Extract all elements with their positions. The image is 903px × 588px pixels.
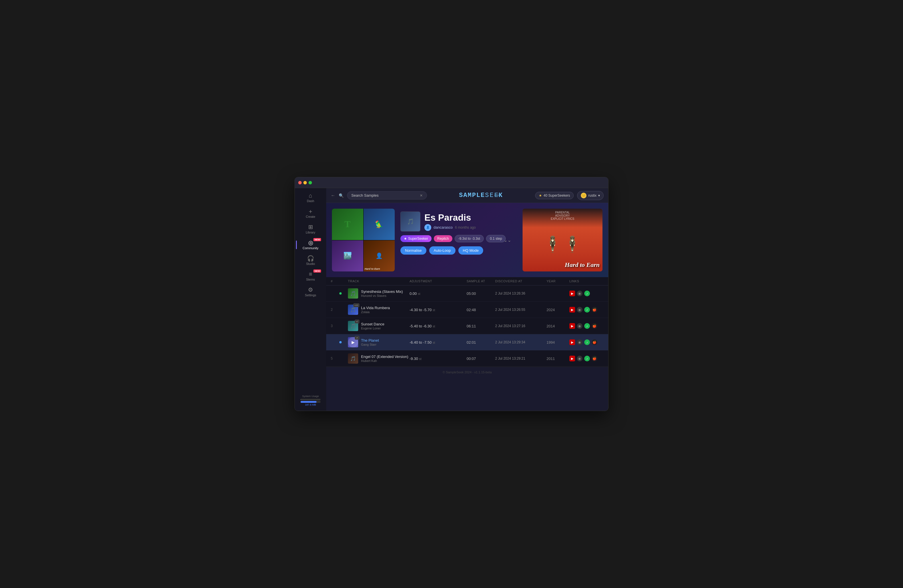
spotify-link-3[interactable]: ♪	[584, 323, 590, 329]
search-bar[interactable]: ✕	[347, 191, 427, 200]
star-tag-icon: ★	[404, 237, 407, 241]
youtube-link-3[interactable]: ▶	[569, 323, 575, 329]
links-4: ▶ ◉ ♪ 🍎	[569, 340, 604, 345]
track-info-4: x4 ▶ The Planet Gang Starr	[348, 337, 409, 347]
hero-title: Es Paradis	[425, 212, 476, 223]
shazam-link-1[interactable]: ◉	[577, 291, 582, 296]
playing-indicator-4	[339, 341, 341, 343]
tracks-table: # Track Adjustment Sample At Discovered …	[326, 277, 608, 367]
youtube-link-4[interactable]: ▶	[569, 340, 575, 345]
sample-at-5: 00:07	[467, 357, 495, 361]
col-indicator	[339, 280, 348, 283]
username: rustix	[588, 193, 596, 198]
system-usage-label: System Usage	[298, 395, 323, 398]
track-text-3: Sunset Dance Eugene Loner	[361, 322, 384, 330]
sidebar-item-stems[interactable]: NEW ≡ Stems	[298, 269, 323, 283]
shazam-link-5[interactable]: ◉	[577, 356, 582, 362]
step-label: 0.1 step	[490, 237, 502, 241]
footer-text: © SampleSeek 2024 - v1.1.15-beta	[443, 371, 492, 374]
sidebar-item-library[interactable]: ⊞ Library	[298, 222, 323, 236]
track-name-2: La Vida Rumbera	[361, 306, 390, 310]
normalise-button[interactable]: Normalise	[400, 246, 426, 255]
track-thumb-4[interactable]: x4 ▶	[348, 337, 358, 347]
track-artist-3: Eugene Loner	[361, 327, 384, 330]
hqmode-button[interactable]: HQ Mode	[458, 246, 483, 255]
spotify-link-5[interactable]: ♪	[584, 356, 590, 362]
row-num-2: 2	[331, 308, 339, 312]
expand-button[interactable]: ⌄⌄	[504, 237, 511, 243]
traffic-lights	[298, 181, 312, 184]
sidebar-label-dash: Dash	[307, 199, 314, 203]
memory-label: 187.6 MB	[298, 403, 323, 406]
year-5: 2011	[546, 357, 569, 361]
row-num-3: 3	[331, 324, 339, 328]
superseeker-label: SuperSeeker	[408, 237, 428, 241]
apple-link-4[interactable]: 🍎	[592, 340, 597, 345]
titlebar	[295, 177, 608, 188]
spotify-link-2[interactable]: ♪	[584, 307, 590, 313]
user-menu[interactable]: 😊 rustix ▾	[577, 191, 604, 200]
autoloop-button[interactable]: Auto-Loop	[429, 246, 456, 255]
sidebar-item-dash[interactable]: ⌂ Dash	[298, 190, 323, 205]
superseekers-badge[interactable]: ★ 40 SuperSeekers	[535, 192, 574, 199]
track-thumb-3: x2 🎵	[348, 321, 358, 331]
track-name-5: Engel 07 (Extended Version)	[361, 355, 408, 359]
sidebar-item-studio[interactable]: 🎧 Studio	[298, 253, 323, 268]
star-icon: ★	[539, 193, 542, 198]
discovered-at-4: 2 Jul 2024 13:29:34	[495, 340, 546, 344]
discovered-at-2: 2 Jul 2024 13:26:55	[495, 308, 546, 312]
minimize-button[interactable]	[304, 181, 307, 184]
shazam-link-4[interactable]: ◉	[577, 340, 582, 345]
links-5: ▶ ◉ ♪ 🍎	[569, 356, 604, 362]
collage-img-2: 🦜	[363, 209, 395, 240]
collage-img-4: Hard to Earn 👤	[363, 241, 395, 272]
track-name-3: Sunset Dance	[361, 322, 384, 326]
shazam-link-2[interactable]: ◉	[577, 307, 582, 313]
track-artist-4: Gang Starr	[361, 343, 379, 346]
hero-meta: 👤 dancarasco 6 months ago	[425, 224, 476, 231]
spotify-link-4[interactable]: ♪	[584, 340, 590, 345]
apple-link-2[interactable]: 🍎	[592, 307, 597, 313]
cpu-bar	[300, 399, 321, 401]
adjustment-5: -9.30 st	[409, 357, 467, 361]
gear-icon: ⚙	[308, 287, 313, 292]
table-row: 2 x10 🎵 La Vida Rumbera Zolaia -4.30 to …	[326, 302, 608, 318]
x-badge-2: x10	[353, 303, 359, 307]
maximize-button[interactable]	[308, 181, 312, 184]
sidebar-item-settings[interactable]: ⚙ Settings	[298, 285, 323, 299]
year-2: 2024	[546, 308, 569, 312]
sidebar: ⌂ Dash ＋ Create ⊞ Library NEW ◎ Communit…	[295, 188, 326, 411]
search-input[interactable]	[351, 193, 417, 198]
table-row: 5 🎵 Engel 07 (Extended Version) Hubert K…	[326, 351, 608, 367]
apple-link-3[interactable]: 🍎	[592, 323, 597, 329]
youtube-link-5[interactable]: ▶	[569, 356, 575, 362]
thumb-icon-2: 🎵	[350, 307, 356, 313]
album-art-title: Hard to Earn	[565, 261, 599, 269]
hero-buttons: Normalise Auto-Loop HQ Mode	[400, 246, 517, 255]
year-4: 1994	[546, 340, 569, 344]
app-logo: SAMPLESEEK	[430, 192, 532, 199]
clear-search-button[interactable]: ✕	[420, 193, 423, 198]
adjustment-2: -4.30 to -5.70 st	[409, 308, 467, 312]
back-button[interactable]: ←	[331, 193, 335, 198]
repitch-label: Repitch	[437, 237, 449, 241]
track-text-4: The Planet Gang Starr	[361, 338, 379, 346]
youtube-link-1[interactable]: ▶	[569, 291, 575, 296]
track-artist-5: Hubert Kah	[361, 359, 408, 363]
sidebar-item-create[interactable]: ＋ Create	[298, 206, 323, 221]
hero-title-block: Es Paradis 👤 dancarasco 6 months ago	[425, 212, 476, 231]
new-badge: NEW	[313, 238, 321, 241]
sidebar-label-settings: Settings	[305, 293, 316, 297]
x-badge-3: x2	[355, 320, 359, 323]
close-button[interactable]	[298, 181, 302, 184]
links-3: ▶ ◉ ♪ 🍎	[569, 323, 604, 329]
youtube-link-2[interactable]: ▶	[569, 307, 575, 313]
apple-link-5[interactable]: 🍎	[592, 356, 597, 362]
track-thumb-2: x10 🎵	[348, 305, 358, 315]
album-collage: T 🦜 🏙️ Hard to Earn 👤	[332, 209, 395, 272]
footer: © SampleSeek 2024 - v1.1.15-beta	[326, 367, 608, 377]
sidebar-item-community[interactable]: NEW ◎ Community	[298, 237, 323, 252]
hero-section: T 🦜 🏙️ Hard to Earn 👤 🎵	[326, 203, 608, 277]
shazam-link-3[interactable]: ◉	[577, 323, 582, 329]
spotify-link-1[interactable]: ♪	[584, 291, 590, 296]
